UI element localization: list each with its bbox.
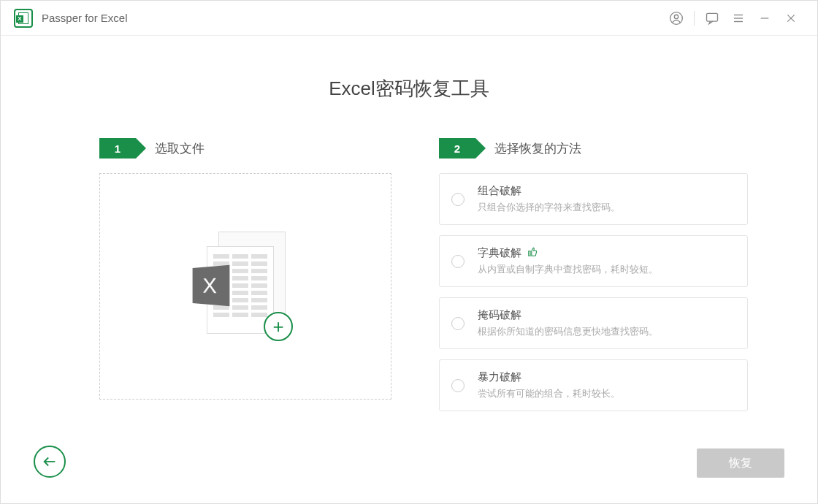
radio-icon [451,255,465,268]
step2-label: 选择恢复的方法 [494,140,581,157]
radio-icon [451,193,465,206]
svg-point-1 [674,15,678,18]
option-mask[interactable]: 掩码破解 根据你所知道的密码信息更快地查找密码。 [439,297,748,349]
step2-header: 2 选择恢复的方法 [439,138,748,159]
file-dropzone[interactable]: X + [99,173,391,400]
step1-label: 选取文件 [155,140,204,157]
feedback-icon[interactable] [699,5,725,31]
back-button[interactable] [34,446,66,478]
menu-icon[interactable] [725,5,752,31]
app-title: Passper for Excel [42,12,128,24]
option-title: 组合破解 [478,184,521,198]
titlebar: X Passper for Excel [1,1,817,36]
step1-badge: 1 [99,138,136,159]
step2-badge: 2 [439,138,475,159]
close-icon[interactable] [778,5,804,31]
option-desc: 根据你所知道的密码信息更快地查找密码。 [478,325,735,338]
option-dictionary[interactable]: 字典破解 从内置或自制字典中查找密码，耗时较短。 [439,235,748,287]
thumbs-up-icon [527,247,538,259]
option-desc: 只组合你选择的字符来查找密码。 [478,201,735,214]
radio-icon [451,317,465,330]
option-desc: 尝试所有可能的组合，耗时较长。 [478,387,735,400]
option-title: 掩码破解 [478,308,521,322]
recover-button[interactable]: 恢复 [697,448,784,478]
add-file-icon: + [264,312,293,341]
option-desc: 从内置或自制字典中查找密码，耗时较短。 [478,263,735,276]
radio-icon [451,379,465,392]
step2-panel: 2 选择恢复的方法 组合破解 只组合你选择的字符来查找密码。 字典破解 从内置或… [439,138,748,421]
step1-header: 1 选取文件 [99,138,391,159]
option-combination[interactable]: 组合破解 只组合你选择的字符来查找密码。 [439,173,748,225]
minimize-icon[interactable] [752,5,778,31]
page-title: Excel密码恢复工具 [1,76,817,102]
excel-file-icon: X + [191,232,300,341]
app-logo-icon: X [14,9,33,28]
option-title: 字典破解 [478,246,521,260]
svg-rect-2 [707,13,718,21]
content: 1 选取文件 X + [1,102,817,421]
option-title: 暴力破解 [478,370,521,384]
user-icon[interactable] [663,5,689,31]
option-bruteforce[interactable]: 暴力破解 尝试所有可能的组合，耗时较长。 [439,359,748,411]
step1-panel: 1 选取文件 X + [99,138,391,421]
